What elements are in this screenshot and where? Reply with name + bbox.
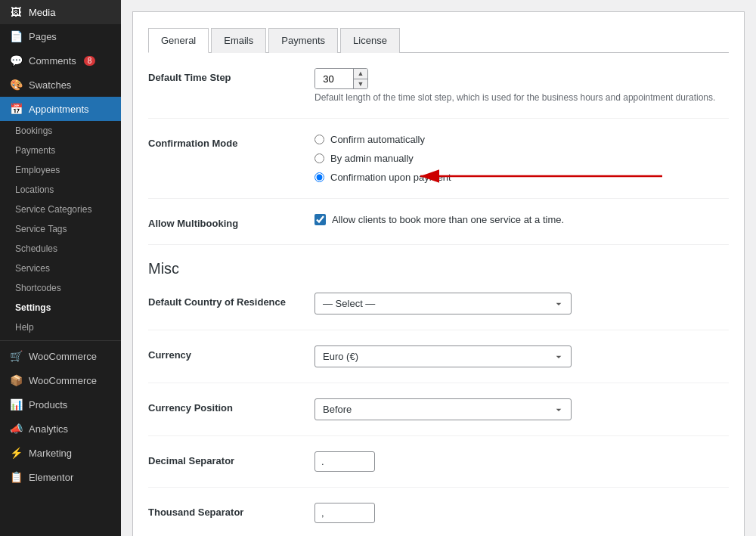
misc-heading: Misc (148, 260, 729, 277)
radio-input-payment[interactable] (314, 172, 324, 182)
default-time-step-row: Default Time Step ▲ ▼ Default length of … (148, 68, 729, 119)
pages-icon: 📄 (9, 30, 23, 42)
default-country-select[interactable]: — Select — (314, 293, 572, 314)
templates-icon: 📋 (9, 471, 23, 483)
sidebar-item-comments[interactable]: 💬 Comments 8 (0, 48, 121, 73)
default-time-step-label: Default Time Step (148, 68, 314, 83)
tab-bar: General Emails Payments License (148, 27, 729, 53)
marketing-icon: 📣 (9, 423, 23, 435)
time-step-description: Default length of the time slot step, wh… (314, 92, 729, 103)
sidebar-item-marketing[interactable]: 📣 Analytics (0, 417, 121, 441)
currency-position-control: Before After (314, 398, 729, 420)
currency-position-row: Currency Position Before After (148, 398, 729, 436)
currency-position-label: Currency Position (148, 398, 314, 414)
currency-position-select[interactable]: Before After (314, 398, 572, 420)
default-country-control: — Select — (314, 293, 729, 314)
swatches-icon: 🎨 (9, 79, 23, 91)
sidebar-item-elementor[interactable]: ⚡ Marketing (0, 441, 121, 465)
media-icon: 🖼 (9, 6, 23, 18)
radio-input-manual[interactable] (314, 153, 324, 163)
currency-control: Euro (€) US Dollar ($) British Pound (£) (314, 345, 729, 367)
radio-admin-manually[interactable]: By admin manually (314, 153, 729, 164)
sidebar-item-pages[interactable]: 📄 Pages (0, 24, 121, 48)
time-step-input[interactable] (315, 69, 353, 88)
tab-general[interactable]: General (148, 28, 209, 53)
sidebar-label-pages: Pages (29, 31, 57, 42)
currency-row: Currency Euro (€) US Dollar ($) British … (148, 345, 729, 383)
sidebar-label-woocommerce: WooCommerce (29, 351, 97, 362)
comments-badge: 8 (84, 56, 96, 66)
sidebar-label-media: Media (29, 7, 55, 18)
decimal-separator-control (314, 451, 729, 472)
sidebar-item-help[interactable]: Help (0, 318, 121, 337)
sidebar-item-bookings[interactable]: Bookings (0, 121, 121, 141)
allow-multibooking-control: Allow clients to book more than one serv… (314, 214, 729, 225)
sidebar-label-elementor: Marketing (29, 448, 72, 459)
sidebar-item-shortcodes[interactable]: Shortcodes (0, 278, 121, 298)
sidebar-item-service-categories[interactable]: Service Categories (0, 200, 121, 219)
radio-confirm-auto[interactable]: Confirm automatically (314, 134, 729, 145)
sidebar-item-settings[interactable]: Settings (0, 298, 121, 318)
confirmation-mode-radio-group: Confirm automatically By admin manually … (314, 134, 729, 183)
time-step-spinners: ▲ ▼ (353, 69, 367, 88)
radio-input-auto[interactable] (314, 135, 324, 144)
sidebar-item-woocommerce[interactable]: 🛒 WooCommerce (0, 344, 121, 368)
sidebar-label-marketing: Analytics (29, 423, 68, 435)
tab-license[interactable]: License (340, 28, 400, 53)
sidebar-item-templates[interactable]: 📋 Elementor (0, 465, 121, 489)
radio-confirm-payment[interactable]: Confirmation upon payment (314, 172, 729, 183)
sidebar-label-appointments: Appointments (29, 104, 89, 115)
radio-label-manual: By admin manually (330, 153, 414, 164)
sidebar-label-comments: Comments (29, 55, 76, 67)
sidebar-item-schedules[interactable]: Schedules (0, 239, 121, 259)
multibooking-checkbox[interactable] (314, 214, 326, 225)
multibooking-checkbox-label: Allow clients to book more than one serv… (332, 214, 564, 225)
analytics-icon: 📊 (9, 398, 23, 411)
allow-multibooking-row: Allow Multibooking Allow clients to book… (148, 214, 729, 245)
thousand-separator-label: Thousand Separator (148, 503, 314, 518)
confirmation-mode-label: Confirmation Mode (148, 134, 314, 149)
sidebar-item-employees[interactable]: Employees (0, 160, 121, 180)
comments-icon: 💬 (9, 54, 23, 67)
products-icon: 📦 (9, 374, 23, 386)
thousand-separator-control (314, 503, 729, 523)
sidebar-item-locations[interactable]: Locations (0, 180, 121, 200)
sidebar-item-products[interactable]: 📦 WooCommerce (0, 368, 121, 392)
tab-payments[interactable]: Payments (268, 28, 338, 53)
appointments-icon: 📅 (9, 103, 23, 115)
allow-multibooking-label: Allow Multibooking (148, 214, 314, 229)
sidebar-item-media[interactable]: 🖼 Media (0, 0, 121, 24)
time-step-increment[interactable]: ▲ (354, 69, 367, 79)
sidebar-label-products: WooCommerce (29, 375, 97, 386)
decimal-separator-label: Decimal Separator (148, 451, 314, 466)
multibooking-checkbox-option[interactable]: Allow clients to book more than one serv… (314, 214, 729, 225)
time-step-input-wrapper: ▲ ▼ (314, 68, 368, 89)
sidebar-item-analytics[interactable]: 📊 Products (0, 392, 121, 417)
sidebar-item-service-tags[interactable]: Service Tags (0, 219, 121, 239)
currency-select[interactable]: Euro (€) US Dollar ($) British Pound (£) (314, 345, 572, 367)
confirmation-mode-control: Confirm automatically By admin manually … (314, 134, 729, 183)
default-time-step-control: ▲ ▼ Default length of the time slot step… (314, 68, 729, 103)
time-step-decrement[interactable]: ▼ (354, 79, 367, 88)
sidebar-item-payments[interactable]: Payments (0, 141, 121, 160)
decimal-separator-row: Decimal Separator (148, 451, 729, 488)
sidebar-item-appointments[interactable]: 📅 Appointments (0, 97, 121, 121)
confirmation-mode-row: Confirmation Mode Confirm automatically … (148, 134, 729, 199)
radio-label-payment: Confirmation upon payment (330, 172, 451, 183)
tab-emails[interactable]: Emails (211, 28, 266, 53)
elementor-icon: ⚡ (9, 447, 23, 459)
main-content: General Emails Payments License Default … (121, 0, 756, 536)
decimal-separator-input[interactable] (314, 451, 375, 472)
currency-label: Currency (148, 345, 314, 361)
sidebar-label-analytics: Products (29, 399, 67, 411)
thousand-separator-input[interactable] (314, 503, 375, 523)
sidebar-label-swatches: Swatches (29, 79, 71, 91)
sidebar-item-services[interactable]: Services (0, 259, 121, 278)
thousand-separator-row: Thousand Separator (148, 503, 729, 536)
sidebar-label-templates: Elementor (29, 472, 73, 483)
sidebar-item-swatches[interactable]: 🎨 Swatches (0, 73, 121, 97)
woocommerce-icon: 🛒 (9, 350, 23, 362)
settings-panel: General Emails Payments License Default … (132, 11, 745, 536)
radio-label-auto: Confirm automatically (330, 134, 425, 145)
sidebar: 🖼 Media 📄 Pages 💬 Comments 8 🎨 Swatches … (0, 0, 121, 536)
